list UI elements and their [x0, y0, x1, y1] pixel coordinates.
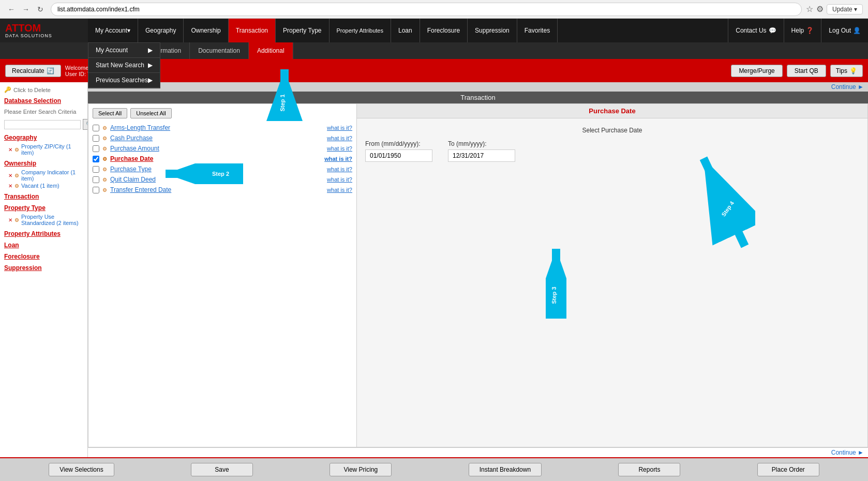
continue-top-link[interactable]: Continue ► — [831, 83, 864, 91]
nav-tab-ownership[interactable]: Ownership — [184, 19, 228, 42]
quit-claim-checkbox[interactable] — [93, 176, 99, 183]
purchase-date-label[interactable]: Purchase Date — [110, 155, 321, 162]
vacant-x-icon[interactable]: ✕ — [8, 183, 12, 189]
nav-tab-favorites[interactable]: Favorites — [517, 19, 558, 42]
select-all-button[interactable]: Select All — [93, 108, 127, 118]
continue-bottom-bar: Continue ► — [88, 447, 868, 457]
purchase-type-label[interactable]: Purchase Type — [110, 166, 324, 173]
sidebar-transaction-title[interactable]: Transaction — [4, 193, 83, 200]
transfer-entered-checkbox[interactable] — [93, 187, 99, 193]
account-menu-start-new-search[interactable]: Start New Search ▶ — [88, 58, 160, 73]
search-button[interactable]: 🔍 — [83, 119, 88, 130]
arms-length-checkbox[interactable] — [93, 125, 99, 131]
purchase-date-what-is[interactable]: what is it? — [324, 156, 352, 162]
view-selections-button[interactable]: View Selections — [49, 463, 114, 476]
to-date-field: To (mm/yyyy): — [448, 140, 515, 162]
start-qb-button[interactable]: Start QB — [787, 65, 826, 77]
address-bar[interactable] — [51, 3, 802, 16]
help-item[interactable]: Help ❓ — [784, 19, 821, 42]
forward-button[interactable]: → — [20, 3, 32, 16]
company-indicator-link[interactable]: Company Indicator (1 item) — [21, 169, 83, 182]
back-button[interactable]: ← — [5, 3, 18, 16]
transfer-entered-what-is[interactable]: what is it? — [327, 187, 352, 193]
second-nav-documentation[interactable]: Documentation — [190, 42, 249, 59]
search-input[interactable] — [4, 120, 81, 129]
recalculate-button[interactable]: Recalculate 🔄 — [5, 65, 61, 77]
geography-zip-link[interactable]: Property ZIP/City (1 item) — [21, 143, 83, 156]
vacant-gear-icon[interactable]: ⚙ — [14, 183, 19, 189]
sidebar-foreclosure-title[interactable]: Foreclosure — [4, 253, 83, 260]
from-date-label: From (mm/dd/yyyy): — [365, 140, 432, 147]
hint-suffix: to Delete — [28, 87, 51, 93]
logo-brand: ATTOM — [5, 23, 52, 33]
to-date-input[interactable] — [448, 149, 515, 162]
reload-button[interactable]: ↻ — [34, 3, 47, 16]
nav-tab-transaction[interactable]: Transaction — [229, 19, 276, 42]
cash-purchase-label[interactable]: Cash Purchase — [110, 134, 324, 142]
purchase-amount-label[interactable]: Purchase Amount — [110, 145, 324, 152]
nav-tab-my-account-label: My Account — [95, 27, 127, 34]
cash-purchase-what-is[interactable]: what is it? — [327, 135, 352, 141]
nav-tab-foreclosure[interactable]: Foreclosure — [420, 19, 468, 42]
quit-claim-label[interactable]: Quit Claim Deed — [110, 176, 324, 183]
company-indicator-x-icon[interactable]: ✕ — [8, 173, 12, 178]
save-button[interactable]: Save — [191, 463, 253, 476]
nav-tab-geography[interactable]: Geography — [138, 19, 184, 42]
second-nav-additional-label: Additional — [257, 47, 285, 54]
purchase-type-what-is[interactable]: what is it? — [327, 166, 352, 172]
view-pricing-button[interactable]: View Pricing — [330, 463, 392, 476]
arms-length-what-is[interactable]: what is it? — [327, 125, 352, 131]
unselect-all-button[interactable]: Unselect All — [130, 108, 171, 118]
company-indicator-gear-icon[interactable]: ⚙ — [14, 173, 19, 178]
transfer-entered-label[interactable]: Transfer Entered Date — [110, 186, 324, 193]
merge-purge-button[interactable]: Merge/Purge — [731, 65, 782, 77]
purchase-type-checkbox[interactable] — [93, 166, 99, 173]
log-out-item[interactable]: Log Out 👤 — [821, 19, 868, 42]
geography-zip-gear-icon[interactable]: ⚙ — [14, 147, 19, 153]
account-menu-my-account[interactable]: My Account ▶ — [88, 43, 160, 58]
contact-us-label: Contact Us — [736, 27, 766, 34]
purchase-date-checkbox[interactable] — [93, 156, 99, 162]
sidebar-property-attributes-title[interactable]: Property Attributes — [4, 230, 83, 237]
vacant-link[interactable]: Vacant (1 item) — [21, 183, 59, 189]
extensions-icon[interactable]: ⚙ — [816, 4, 824, 14]
from-date-input[interactable] — [365, 149, 432, 162]
quit-claim-what-is[interactable]: what is it? — [327, 176, 352, 183]
nav-tab-suppression-label: Suppression — [475, 27, 510, 34]
transaction-section-header: Transaction — [88, 92, 868, 103]
property-use-x-icon[interactable]: ✕ — [8, 217, 12, 223]
contact-us-item[interactable]: Contact Us 💬 — [728, 19, 783, 42]
nav-tab-loan[interactable]: Loan — [391, 19, 420, 42]
browser-nav-buttons: ← → ↻ — [5, 3, 47, 16]
transaction-item-quit-claim: ⚙ Quit Claim Deed what is it? — [93, 174, 352, 185]
account-menu-previous-searches[interactable]: Previous Searches ▶ — [88, 73, 160, 88]
purchase-amount-checkbox[interactable] — [93, 145, 99, 152]
sidebar-ownership-title[interactable]: Ownership — [4, 160, 83, 167]
update-button[interactable]: Update ▾ — [827, 4, 863, 14]
nav-tab-my-account[interactable]: My Account ▾ — [88, 19, 138, 42]
tips-button[interactable]: Tips 💡 — [830, 65, 863, 77]
bookmark-icon[interactable]: ☆ — [806, 4, 813, 14]
sidebar-loan-title[interactable]: Loan — [4, 242, 83, 249]
arms-length-label[interactable]: Arms-Length Transfer — [110, 124, 324, 131]
nav-tab-property-type[interactable]: Property Type — [276, 19, 329, 42]
sidebar-suppression-title[interactable]: Suppression — [4, 264, 83, 272]
continue-bottom-link[interactable]: Continue ► — [831, 449, 864, 456]
property-use-gear-icon[interactable]: ⚙ — [14, 217, 19, 223]
geography-zip-x-icon[interactable]: ✕ — [8, 147, 12, 153]
nav-tab-property-attributes[interactable]: Property Attributes — [330, 19, 392, 42]
nav-tab-suppression[interactable]: Suppression — [468, 19, 517, 42]
database-selection-link[interactable]: Database Selection — [4, 97, 83, 104]
sidebar-property-type-title[interactable]: Property Type — [4, 204, 83, 212]
nav-tab-my-account-arrow: ▾ — [127, 27, 130, 34]
cash-purchase-checkbox[interactable] — [93, 135, 99, 142]
second-nav-additional[interactable]: Additional — [249, 42, 293, 59]
property-use-link[interactable]: Property Use Standardized (2 items) — [21, 214, 83, 226]
purchase-type-gear-icon: ⚙ — [102, 167, 107, 172]
reports-button[interactable]: Reports — [618, 463, 680, 476]
right-panel: Continue ► Transaction Select All Unsele… — [88, 82, 868, 457]
sidebar-geography-title[interactable]: Geography — [4, 134, 83, 141]
instant-breakdown-button[interactable]: Instant Breakdown — [469, 463, 542, 476]
purchase-amount-what-is[interactable]: what is it? — [327, 145, 352, 152]
place-order-button[interactable]: Place Order — [757, 463, 819, 476]
